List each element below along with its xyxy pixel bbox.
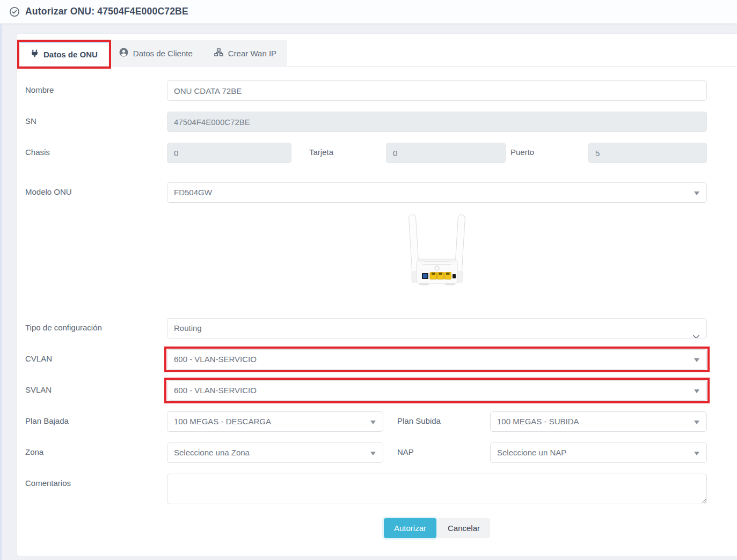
puerto-label: Puerto (506, 143, 588, 157)
plan-bajada-value: 100 MEGAS - DESCARGA (174, 417, 271, 426)
row-tipo-configuracion: Tipo de configuración Routing (25, 318, 707, 338)
caret-down-icon (370, 452, 376, 455)
tab-bar: Datos de ONU Datos de Cliente Crear Wan … (17, 34, 737, 67)
comentarios-textarea[interactable] (167, 474, 707, 504)
nombre-label: Nombre (25, 80, 167, 94)
chevron-down-icon (693, 327, 699, 338)
modelo-onu-value: FD504GW (174, 188, 212, 197)
onu-router-image (391, 213, 483, 291)
chasis-label: Chasis (25, 143, 167, 157)
svlan-label: SVLAN (25, 380, 167, 394)
plan-subida-label: Plan Subida (383, 411, 490, 425)
caret-down-icon (694, 358, 699, 362)
chasis-input (167, 143, 291, 163)
zona-placeholder: Seleccione una Zona (174, 448, 250, 457)
svlan-value: 600 - VLAN-SERVICIO (174, 386, 257, 395)
row-modelo: Modelo ONU FD504GW (25, 182, 707, 203)
plan-subida-dropdown[interactable]: 100 MEGAS - SUBIDA (490, 411, 707, 432)
row-chasis-tarjeta-puerto: Chasis Tarjeta Puerto (25, 143, 707, 163)
authorize-onu-card: Datos de ONU Datos de Cliente Crear Wan … (16, 33, 737, 556)
row-comentarios: Comentarios (25, 474, 707, 504)
cvlan-dropdown[interactable]: 600 - VLAN-SERVICIO (167, 349, 707, 370)
row-zona-nap: Zona Seleccione una Zona NAP Seleccione … (25, 443, 707, 463)
nap-placeholder: Seleccione un NAP (497, 448, 566, 457)
router-image-row (167, 213, 707, 291)
cvlan-label: CVLAN (25, 349, 167, 363)
autorizar-button[interactable]: Autorizar (384, 518, 436, 538)
nombre-input[interactable] (167, 80, 707, 101)
check-circle-icon (9, 6, 20, 17)
caret-down-icon (694, 452, 699, 455)
tab-crear-wan-ip[interactable]: Crear Wan IP (203, 40, 287, 66)
tipo-configuracion-select[interactable]: Routing (167, 318, 707, 338)
person-circle-icon (119, 48, 128, 58)
caret-down-icon (694, 389, 699, 393)
tab-datos-de-onu[interactable]: Datos de ONU (20, 40, 108, 66)
cancelar-button[interactable]: Cancelar (437, 518, 490, 538)
page-title: Autorizar ONU: 47504F4E000C72BE (25, 6, 188, 17)
onu-form: Nombre SN Chasis Tarjeta Puerto Modelo O… (17, 67, 737, 538)
tab-label: Datos de ONU (43, 50, 98, 59)
tab-label: Crear Wan IP (228, 49, 276, 58)
modelo-onu-label: Modelo ONU (25, 182, 167, 196)
tarjeta-label: Tarjeta (291, 143, 386, 157)
row-sn: SN (25, 112, 707, 132)
nap-label: NAP (383, 443, 490, 456)
plan-subida-value: 100 MEGAS - SUBIDA (497, 417, 579, 426)
row-cvlan: CVLAN 600 - VLAN-SERVICIO (25, 349, 707, 370)
cvlan-value: 600 - VLAN-SERVICIO (174, 355, 257, 364)
tab-label: Datos de Cliente (133, 49, 193, 58)
tipo-configuracion-value: Routing (174, 323, 202, 333)
caret-down-icon (694, 191, 699, 195)
row-nombre: Nombre (25, 80, 707, 101)
puerto-input (588, 143, 707, 163)
plan-bajada-dropdown[interactable]: 100 MEGAS - DESCARGA (167, 411, 383, 432)
svlan-dropdown[interactable]: 600 - VLAN-SERVICIO (167, 380, 707, 401)
modelo-onu-dropdown[interactable]: FD504GW (167, 182, 707, 203)
comentarios-label: Comentarios (25, 474, 167, 488)
zona-dropdown[interactable]: Seleccione una Zona (167, 443, 383, 463)
form-actions: Autorizar Cancelar (167, 518, 707, 538)
tarjeta-input (386, 143, 506, 163)
page-header: Autorizar ONU: 47504F4E000C72BE (0, 0, 737, 24)
caret-down-icon (694, 421, 699, 424)
zona-label: Zona (25, 443, 167, 456)
plug-icon (31, 49, 39, 60)
sn-input (167, 112, 707, 132)
caret-down-icon (370, 421, 376, 424)
plan-bajada-label: Plan Bajada (25, 411, 167, 425)
row-planes: Plan Bajada 100 MEGAS - DESCARGA Plan Su… (25, 411, 707, 432)
sitemap-icon (214, 48, 223, 58)
row-svlan: SVLAN 600 - VLAN-SERVICIO (25, 380, 707, 401)
nap-dropdown[interactable]: Seleccione un NAP (490, 443, 707, 463)
tipo-configuracion-label: Tipo de configuración (25, 318, 167, 332)
sn-label: SN (25, 112, 167, 126)
tab-datos-de-cliente[interactable]: Datos de Cliente (108, 40, 203, 66)
